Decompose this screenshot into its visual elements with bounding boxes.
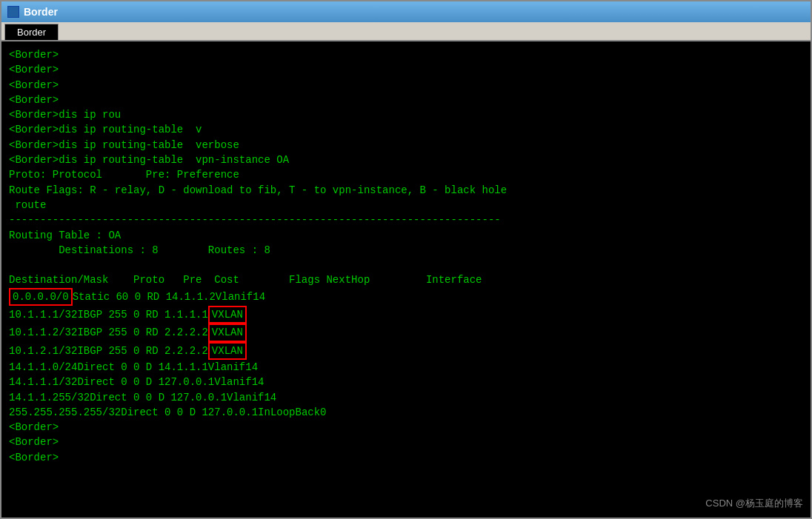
table-row: 14.1.1.0/24 Direct 0 0 D 14.1.1.1 Vlanif… xyxy=(9,360,803,375)
app-icon xyxy=(7,6,19,18)
table-row: 14.1.1.1/32 Direct 0 0 D 127.0.0.1 Vlani… xyxy=(9,375,803,389)
table-row: 14.1.1.255/32 Direct 0 0 D 127.0.0.1 Vla… xyxy=(9,390,803,405)
title-bar-text: Border xyxy=(24,6,58,18)
highlight-dest: 0.0.0.0/0 xyxy=(9,288,73,306)
row-data: IBGP 255 0 RD 2.2.2.2 xyxy=(77,325,207,340)
route-table: 0.0.0.0/0 Static 60 0 RD 14.1.1.2 Vlanif… xyxy=(9,288,803,420)
top-lines: <Border> <Border> <Border> <Border> <Bor… xyxy=(9,47,803,288)
dest-cell: 10.1.1.2/32 xyxy=(9,325,77,340)
intf-cell: Vlanif14 xyxy=(208,360,258,375)
highlight-intf: VXLAN xyxy=(208,324,247,341)
table-row: 0.0.0.0/0 Static 60 0 RD 14.1.1.2 Vlanif… xyxy=(9,288,803,306)
row-data: IBGP 255 0 RD 1.1.1.1 xyxy=(77,307,207,322)
row-data: IBGP 255 0 RD 2.2.2.2 xyxy=(77,344,207,358)
table-row: 10.1.1.1/32 IBGP 255 0 RD 1.1.1.1 VXLAN xyxy=(9,306,803,324)
tab-bar: Border xyxy=(1,22,811,41)
dest-cell: 14.1.1.1/32 xyxy=(9,375,77,389)
window-frame: Border Border <Border> <Border> <Border>… xyxy=(0,0,812,519)
terminal-content: <Border> <Border> <Border> <Border> <Bor… xyxy=(9,47,803,465)
tab-border[interactable]: Border xyxy=(4,24,59,40)
dest-cell: 10.1.2.1/32 xyxy=(9,344,77,358)
intf-cell: InLoopBack0 xyxy=(258,405,326,420)
row-data: Static 60 0 RD 14.1.1.2 xyxy=(73,289,216,304)
bottom-lines: <Border> <Border> <Border> xyxy=(9,420,803,465)
row-data: Direct 0 0 D 127.0.0.1 xyxy=(90,390,227,405)
table-row: 10.1.1.2/32 IBGP 255 0 RD 2.2.2.2 VXLAN xyxy=(9,324,803,341)
intf-cell: Vlanif14 xyxy=(216,289,265,304)
table-row: 255.255.255.255/32 Direct 0 0 D 127.0.0.… xyxy=(9,405,803,420)
terminal: <Border> <Border> <Border> <Border> <Bor… xyxy=(1,41,811,518)
table-row: 10.1.2.1/32 IBGP 255 0 RD 2.2.2.2 VXLAN xyxy=(9,342,803,360)
dest-cell: 14.1.1.255/32 xyxy=(9,390,90,405)
dest-cell: 14.1.1.0/24 xyxy=(9,360,77,375)
title-bar: Border xyxy=(1,1,811,22)
dest-cell: 255.255.255.255/32 xyxy=(9,405,121,420)
highlight-intf: VXLAN xyxy=(208,306,247,324)
intf-cell: Vlanif14 xyxy=(214,375,264,389)
intf-cell: Vlanif14 xyxy=(227,390,276,405)
row-data: Direct 0 0 D 127.0.0.1 xyxy=(121,405,258,420)
watermark: CSDN @杨玉庭的博客 xyxy=(705,497,803,510)
row-data: Direct 0 0 D 14.1.1.1 xyxy=(77,360,207,375)
highlight-intf: VXLAN xyxy=(208,342,247,360)
dest-cell: 10.1.1.1/32 xyxy=(9,307,77,322)
row-data: Direct 0 0 D 127.0.0.1 xyxy=(77,375,214,389)
